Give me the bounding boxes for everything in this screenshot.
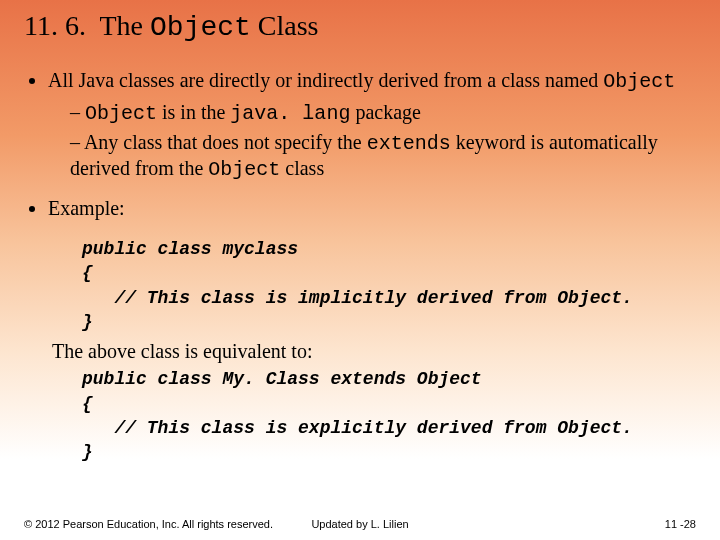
b1s1-code1: Object [85, 102, 157, 125]
b1s2-seg3: class [280, 157, 324, 179]
bullet-list: All Java classes are directly or indirec… [24, 68, 696, 221]
b1s2-seg1: Any class that does not specify the [84, 131, 367, 153]
bullet-2: Example: [48, 196, 696, 221]
slide-title: 11. 6. The Object Class [24, 10, 696, 44]
b1s2-code2: Object [208, 158, 280, 181]
code-block-1: public class myclass { // This class is … [82, 237, 696, 334]
footer: © 2012 Pearson Education, Inc. All right… [24, 518, 696, 530]
b1s1-seg1: is in the [157, 101, 230, 123]
b1-seg1: All Java classes are directly or indirec… [48, 69, 603, 91]
footer-page-number: 11 -28 [665, 518, 696, 530]
footer-updated: Updated by L. Lilien [311, 518, 408, 530]
bullet-1-sub-2: Any class that does not specify the exte… [70, 130, 696, 182]
equivalent-text: The above class is equivalent to: [52, 340, 696, 363]
b1s1-seg2: package [350, 101, 421, 123]
b1-code1: Object [603, 70, 675, 93]
slide: 11. 6. The Object Class All Java classes… [0, 0, 720, 540]
bullet-1-sublist: Object is in the java. lang package Any … [48, 100, 696, 182]
b1s2-code1: extends [367, 132, 451, 155]
b1s1-code2: java. lang [230, 102, 350, 125]
b2-label: Example: [48, 197, 125, 219]
title-pre: The [99, 10, 150, 41]
title-section: 11. 6. [24, 10, 86, 41]
title-code: Object [150, 12, 251, 43]
code-block-2: public class My. Class extends Object { … [82, 367, 696, 464]
bullet-1: All Java classes are directly or indirec… [48, 68, 696, 182]
footer-copyright: © 2012 Pearson Education, Inc. All right… [24, 518, 273, 530]
bullet-1-sub-1: Object is in the java. lang package [70, 100, 696, 126]
title-post: Class [251, 10, 319, 41]
